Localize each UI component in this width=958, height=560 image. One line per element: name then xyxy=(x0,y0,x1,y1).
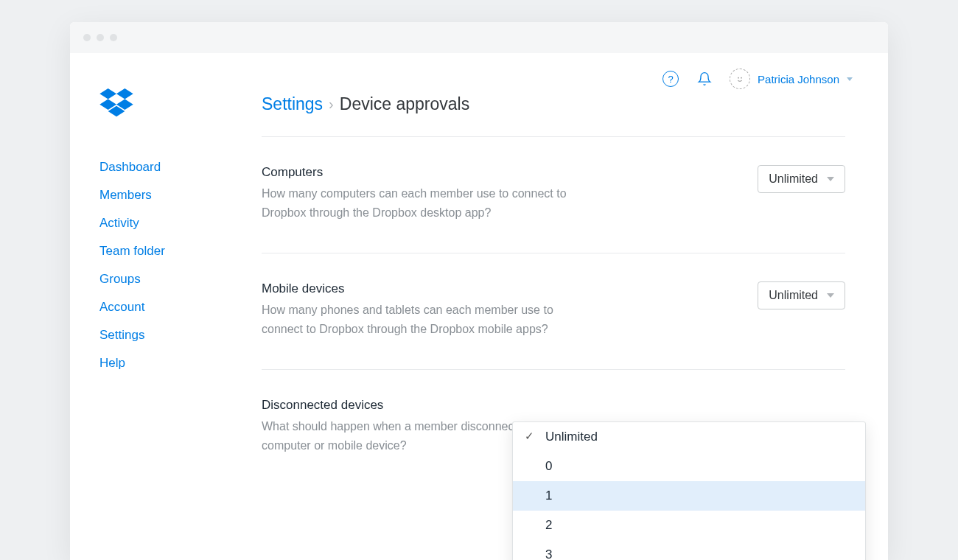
sidebar-item-members[interactable]: Members xyxy=(99,181,262,209)
dropdown-option-3[interactable]: 3 xyxy=(513,540,865,560)
breadcrumb-settings-link[interactable]: Settings xyxy=(262,94,323,114)
window-close-dot[interactable] xyxy=(83,34,91,41)
computers-dropdown[interactable]: Unlimited xyxy=(758,165,845,193)
mobile-dropdown-menu: Unlimited 0 1 2 3 xyxy=(512,421,866,560)
mobile-title: Mobile devices xyxy=(262,281,571,296)
mobile-description: How many phones and tablets can each mem… xyxy=(262,301,571,340)
sidebar-item-dashboard[interactable]: Dashboard xyxy=(99,153,262,181)
computers-description: How many computers can each member use t… xyxy=(262,184,571,223)
window-titlebar xyxy=(70,22,888,53)
sidebar-item-team-folder[interactable]: Team folder xyxy=(99,237,262,265)
chevron-down-icon xyxy=(827,177,834,181)
mobile-dropdown-value: Unlimited xyxy=(769,289,818,302)
dropdown-option-2[interactable]: 2 xyxy=(513,511,865,540)
chevron-right-icon: › xyxy=(329,96,334,113)
disconnected-title: Disconnected devices xyxy=(262,398,571,413)
computers-title: Computers xyxy=(262,165,571,180)
divider xyxy=(262,136,845,137)
sidebar-item-groups[interactable]: Groups xyxy=(99,265,262,293)
sidebar-item-settings[interactable]: Settings xyxy=(99,321,262,349)
breadcrumb-current: Device approvals xyxy=(340,94,469,114)
breadcrumb: Settings › Device approvals xyxy=(262,94,845,114)
window-minimize-dot[interactable] xyxy=(97,34,104,41)
sidebar-item-account[interactable]: Account xyxy=(99,293,262,321)
mobile-dropdown[interactable]: Unlimited xyxy=(758,281,845,309)
sidebar-item-help[interactable]: Help xyxy=(99,349,262,377)
dropbox-logo[interactable] xyxy=(99,88,262,121)
window-maximize-dot[interactable] xyxy=(110,34,117,41)
setting-mobile: Mobile devices How many phones and table… xyxy=(262,281,845,370)
browser-window: ? Patricia Johnson xyxy=(70,22,888,560)
chevron-down-icon xyxy=(827,293,834,298)
dropdown-option-0[interactable]: 0 xyxy=(513,452,865,481)
dropdown-option-unlimited[interactable]: Unlimited xyxy=(513,422,865,452)
nav-list: Dashboard Members Activity Team folder G… xyxy=(99,153,262,377)
dropbox-icon xyxy=(99,88,133,118)
sidebar-item-activity[interactable]: Activity xyxy=(99,209,262,237)
setting-computers: Computers How many computers can each me… xyxy=(262,165,845,253)
computers-dropdown-value: Unlimited xyxy=(769,172,818,186)
dropdown-option-1[interactable]: 1 xyxy=(513,481,865,511)
main-content: Settings › Device approvals Computers Ho… xyxy=(262,53,888,560)
sidebar: Dashboard Members Activity Team folder G… xyxy=(70,53,262,560)
